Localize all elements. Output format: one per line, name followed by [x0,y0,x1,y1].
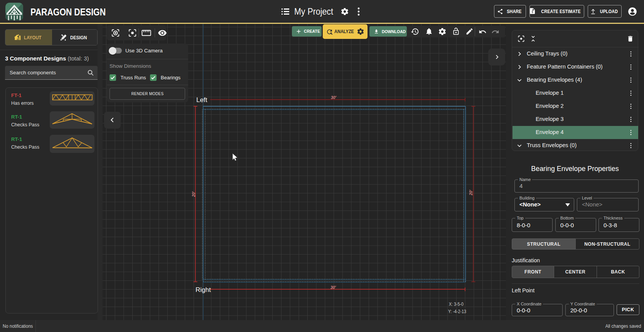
svg-text:Left: Left [196,96,207,104]
svg-text:20': 20' [191,191,196,197]
svg-text:X: 3-5-0: X: 3-5-0 [449,302,464,307]
svg-text:30': 30' [331,95,337,100]
svg-text:20': 20' [469,189,473,196]
svg-text:Y: -4-2-13: Y: -4-2-13 [448,309,466,314]
svg-text:30': 30' [330,285,336,290]
svg-text:Right: Right [196,286,211,293]
